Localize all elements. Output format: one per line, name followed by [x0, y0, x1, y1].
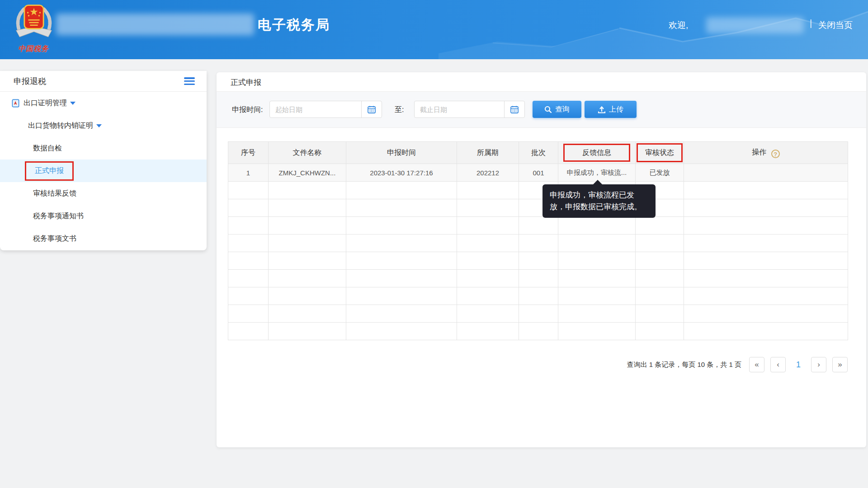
annotation-red-box: 正式申报 — [25, 161, 74, 181]
empty-cell — [269, 182, 346, 199]
col-header-feedback-label: 反馈信息 — [582, 149, 611, 156]
sidebar-item-review-result-feedback[interactable]: 审核结果反馈 — [0, 182, 207, 205]
tooltip-text: 申报成功，审核流程已发放，申报数据已审核完成。 — [550, 191, 642, 211]
query-button[interactable]: 查询 — [533, 101, 581, 118]
empty-cell — [519, 235, 558, 252]
tooltip-arrow — [593, 180, 603, 185]
current-page-number[interactable]: 1 — [792, 360, 805, 370]
empty-cell — [519, 217, 558, 235]
calendar-icon — [510, 105, 519, 114]
header-separator: | — [810, 18, 812, 28]
sidebar-item-tax-matter-notice[interactable]: 税务事项通知书 — [0, 205, 207, 227]
empty-cell — [519, 287, 558, 305]
cell-file-name: ZMKJ_CKHWZN... — [269, 164, 346, 182]
sidebar-item-label: 出口证明管理 — [24, 99, 67, 108]
cell-batch: 001 — [519, 164, 558, 182]
empty-cell — [636, 323, 684, 340]
empty-cell — [558, 305, 636, 323]
portal-title: 电子税务局 — [258, 16, 330, 34]
empty-cell — [346, 305, 457, 323]
feedback-tooltip: 申报成功，审核流程已发放，申报数据已审核完成。 — [542, 184, 656, 218]
empty-cell — [346, 287, 457, 305]
cell-seq: 1 — [228, 164, 269, 182]
empty-cell — [269, 287, 346, 305]
empty-cell — [269, 199, 346, 217]
table-row-empty — [228, 287, 848, 305]
table-row-empty — [228, 305, 848, 323]
tax-bureau-emblem-logo — [10, 2, 58, 45]
sidebar-item-label: 审核结果反馈 — [33, 189, 76, 198]
empty-cell — [269, 217, 346, 235]
welcome-label: 欢迎, — [669, 19, 688, 31]
sidebar-item-data-self-check[interactable]: 数据自检 — [0, 137, 207, 160]
empty-cell — [684, 182, 848, 199]
end-date-field — [414, 101, 525, 118]
start-date-input[interactable] — [270, 101, 361, 117]
upload-button[interactable]: 上传 — [585, 101, 637, 118]
search-icon — [544, 106, 552, 113]
calendar-button[interactable] — [504, 101, 524, 117]
logo-caption: 中国税务 — [6, 44, 61, 54]
empty-cell — [228, 323, 269, 340]
cell-feedback[interactable]: 申报成功，审核流... — [558, 164, 636, 182]
empty-cell — [457, 199, 519, 217]
sidebar-item-label: 税务事项通知书 — [33, 211, 84, 221]
empty-cell — [684, 270, 848, 287]
empty-cell — [457, 323, 519, 340]
last-page-button[interactable]: » — [832, 357, 848, 372]
col-header-period: 所属期 — [457, 142, 519, 164]
empty-cell — [684, 199, 848, 217]
empty-cell — [519, 323, 558, 340]
table-row-empty — [228, 182, 848, 199]
pagination-summary: 查询出 1 条记录，每页 10 条，共 1 页 — [627, 361, 741, 369]
empty-cell — [228, 252, 269, 270]
col-header-batch: 批次 — [519, 142, 558, 164]
empty-cell — [346, 323, 457, 340]
empty-cell — [346, 235, 457, 252]
empty-cell — [558, 323, 636, 340]
close-page-link[interactable]: 关闭当页 — [818, 19, 853, 31]
empty-cell — [228, 287, 269, 305]
empty-cell — [346, 252, 457, 270]
prev-page-button[interactable]: ‹ — [770, 357, 786, 372]
to-label: 至: — [395, 105, 404, 115]
empty-cell — [346, 270, 457, 287]
first-page-button[interactable]: « — [749, 357, 764, 372]
document-icon — [11, 99, 20, 108]
empty-cell — [636, 217, 684, 235]
empty-cell — [684, 217, 848, 235]
main-panel: 正式申报 申报时间: 至: 查询 — [217, 72, 866, 447]
next-page-button[interactable]: › — [811, 357, 826, 372]
empty-cell — [684, 323, 848, 340]
calendar-button[interactable] — [361, 101, 382, 117]
empty-cell — [684, 252, 848, 270]
empty-cell — [228, 270, 269, 287]
sidebar-item-label: 出口货物转内销证明 — [28, 121, 93, 131]
col-header-actions: 操作 ? — [684, 142, 848, 164]
col-header-seq: 序号 — [228, 142, 269, 164]
empty-cell — [457, 217, 519, 235]
empty-cell — [519, 270, 558, 287]
empty-cell — [228, 235, 269, 252]
cell-declare-time: 2023-01-30 17:27:16 — [346, 164, 457, 182]
empty-cell — [269, 270, 346, 287]
empty-cell — [228, 182, 269, 199]
help-icon[interactable]: ? — [771, 150, 780, 158]
sidebar-item-formal-declaration[interactable]: 正式申报 — [0, 160, 207, 182]
empty-cell — [558, 287, 636, 305]
col-header-declare-time: 申报时间 — [346, 142, 457, 164]
empty-cell — [519, 305, 558, 323]
sidebar-item-export-goods-domestic-cert[interactable]: 出口货物转内销证明 — [0, 114, 207, 137]
empty-cell — [457, 235, 519, 252]
table-row-empty — [228, 252, 848, 270]
col-header-file-name: 文件名称 — [269, 142, 346, 164]
sidebar-item-export-cert-management[interactable]: 出口证明管理 — [0, 92, 207, 114]
empty-cell — [558, 252, 636, 270]
hamburger-menu-icon[interactable] — [184, 77, 195, 85]
end-date-input[interactable] — [415, 101, 504, 117]
empty-cell — [636, 270, 684, 287]
table-header-row: 序号 文件名称 申报时间 所属期 批次 反馈信息 审核状态 操作 ? — [228, 142, 848, 164]
sidebar-item-label: 税务事项文书 — [33, 234, 76, 244]
col-header-review-status-label: 审核状态 — [645, 149, 674, 156]
sidebar-item-tax-matter-document[interactable]: 税务事项文书 — [0, 227, 207, 250]
